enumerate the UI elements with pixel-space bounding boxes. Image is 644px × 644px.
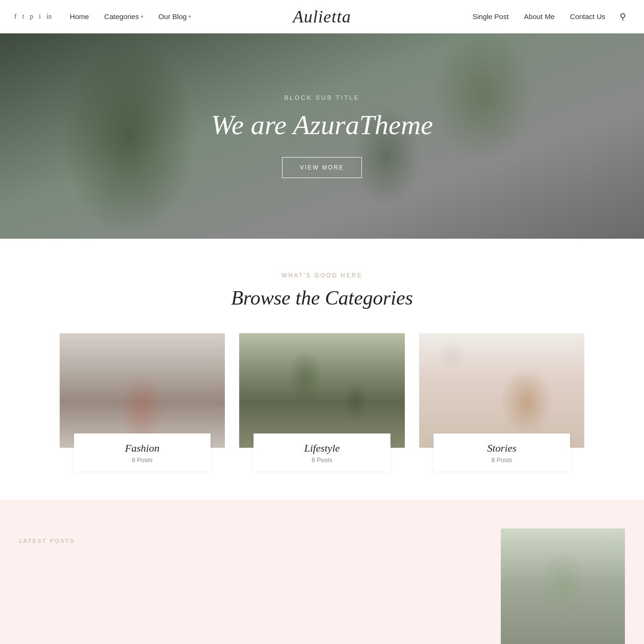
- our-blog-arrow-icon: ▾: [189, 14, 191, 19]
- facebook-icon[interactable]: f: [14, 13, 17, 21]
- hero-subtitle: BLOCK SUB TITLE: [211, 94, 433, 101]
- search-icon[interactable]: ⚲: [616, 8, 630, 26]
- nav-categories[interactable]: Categories ▾: [96, 12, 151, 21]
- stories-image: [419, 333, 585, 448]
- social-icons: f t p i in: [14, 13, 52, 21]
- category-card-lifestyle[interactable]: Lifestyle 8 Posts: [239, 333, 405, 471]
- stories-name: Stories: [443, 442, 561, 454]
- fashion-image: [60, 333, 225, 448]
- hero-title: We are AzuraTheme: [211, 110, 433, 140]
- categories-section-subtitle: WHAT'S GOOD HERE: [19, 272, 625, 279]
- category-card-stories[interactable]: Stories 8 Posts: [419, 333, 585, 471]
- nav-contact-us[interactable]: Contact Us: [562, 12, 613, 21]
- linkedin-icon[interactable]: in: [46, 13, 52, 21]
- stories-count: 8 Posts: [443, 456, 561, 464]
- lifestyle-image: [239, 333, 405, 448]
- lifestyle-name: Lifestyle: [263, 442, 381, 454]
- navbar: f t p i in Home Categories ▾ Our Blog ▾ …: [0, 0, 644, 33]
- fashion-name: Fashion: [84, 442, 201, 454]
- categories-section-title: Browse the Categories: [19, 286, 625, 309]
- hero-content: BLOCK SUB TITLE We are AzuraTheme VIEW M…: [211, 94, 433, 179]
- bottom-preview-image-inner: [501, 528, 625, 644]
- nav-single-post[interactable]: Single Post: [465, 12, 517, 21]
- view-more-button[interactable]: VIEW MORE: [282, 157, 362, 178]
- stories-label: Stories 8 Posts: [433, 433, 570, 471]
- nav-about-me[interactable]: About Me: [517, 12, 562, 21]
- nav-home[interactable]: Home: [62, 12, 96, 21]
- hero-section: BLOCK SUB TITLE We are AzuraTheme VIEW M…: [0, 33, 644, 239]
- categories-section: WHAT'S GOOD HERE Browse the Categories F…: [0, 239, 644, 500]
- categories-grid: Fashion 8 Posts Lifestyle 8 Posts Storie…: [60, 333, 585, 471]
- category-card-fashion[interactable]: Fashion 8 Posts: [60, 333, 225, 471]
- nav-right: Single Post About Me Contact Us ⚲: [465, 8, 630, 26]
- bottom-section: LATEST POSTS: [0, 500, 644, 644]
- pinterest-icon[interactable]: p: [30, 13, 33, 21]
- lifestyle-label: Lifestyle 8 Posts: [253, 433, 391, 471]
- nav-our-blog[interactable]: Our Blog ▾: [151, 12, 199, 21]
- instagram-icon[interactable]: i: [39, 13, 41, 21]
- lifestyle-count: 8 Posts: [263, 456, 381, 464]
- nav-links-left: Home Categories ▾ Our Blog ▾: [62, 12, 199, 21]
- fashion-count: 8 Posts: [84, 456, 201, 464]
- categories-arrow-icon: ▾: [141, 14, 143, 19]
- nav-links-right: Single Post About Me Contact Us: [465, 12, 613, 21]
- nav-left: f t p i in Home Categories ▾ Our Blog ▾: [14, 12, 199, 21]
- twitter-icon[interactable]: t: [22, 13, 24, 21]
- bottom-preview-image: [501, 528, 625, 644]
- fashion-label: Fashion 8 Posts: [74, 433, 211, 471]
- site-logo[interactable]: Aulietta: [293, 7, 351, 27]
- nav-center: Aulietta: [293, 7, 351, 27]
